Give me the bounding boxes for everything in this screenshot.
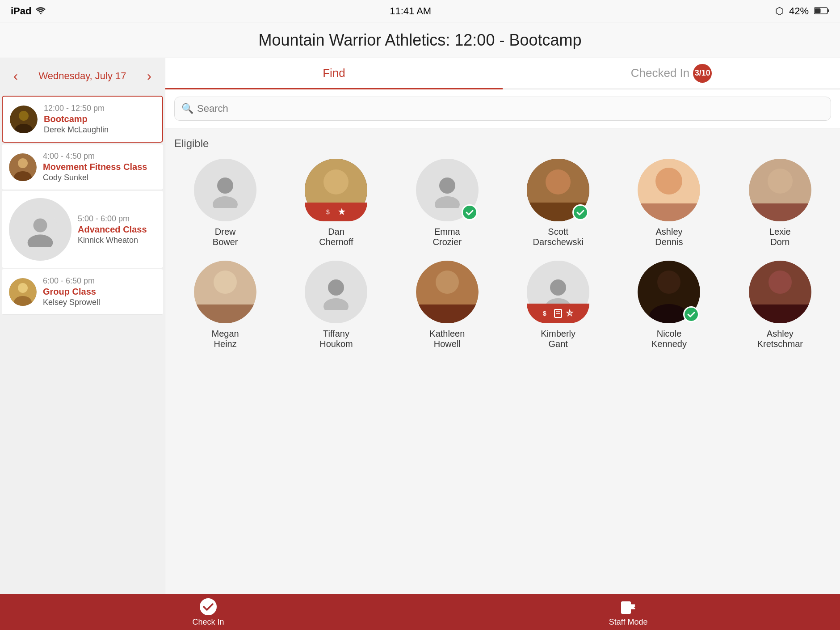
member-avatar-ashley-kretschmar: [749, 261, 811, 323]
svg-point-34: [768, 169, 793, 194]
class-time-group: 6:00 - 6:50 pm: [43, 276, 156, 286]
member-avatar-scott-darschewski: [527, 159, 589, 221]
class-avatar-group: [9, 278, 37, 306]
member-card-scott-darschewski[interactable]: ScottDarschewski: [507, 159, 609, 247]
class-item-advanced[interactable]: 5:00 - 6:00 pm Advanced Class Kinnick Wh…: [2, 191, 163, 268]
member-card-emma-crozier[interactable]: EmmaCrozier: [396, 159, 498, 247]
svg-point-30: [655, 168, 682, 194]
search-wrapper: 🔍: [174, 97, 831, 121]
member-card-lexie-dorn[interactable]: LexieDorn: [729, 159, 831, 247]
battery-icon: [814, 5, 829, 17]
eligible-label: Eligible: [174, 137, 831, 150]
class-name-bootcamp: Bootcamp: [44, 114, 155, 124]
svg-text:$: $: [543, 310, 546, 317]
svg-point-14: [18, 283, 28, 293]
next-date-button[interactable]: ›: [143, 66, 156, 86]
avatar-placeholder-drew-bower: [194, 159, 256, 221]
avatar-image-ashley-kretschmar: [749, 261, 811, 323]
class-instructor-advanced: Kinnick Wheaton: [78, 236, 156, 245]
svg-point-42: [323, 298, 349, 310]
tab-find[interactable]: Find: [165, 58, 503, 89]
svg-point-47: [550, 279, 566, 296]
avatar-placeholder-tiffany-houkom: [305, 261, 367, 323]
svg-rect-40: [194, 304, 256, 323]
staff-mode-icon: [619, 598, 637, 616]
date-nav: ‹ Wednesday, July 17 ›: [0, 58, 165, 94]
svg-rect-3: [815, 8, 821, 13]
member-card-dan-chernoff[interactable]: $ DanChernoff: [285, 159, 387, 247]
member-name-ashley-kretschmar: AshleyKretschmar: [757, 329, 803, 349]
member-card-ashley-kretschmar[interactable]: AshleyKretschmar: [729, 261, 831, 349]
member-name-tiffany-houkom: TiffanyHoukom: [319, 329, 353, 349]
class-time-movement: 4:00 - 4:50 pm: [43, 152, 156, 161]
svg-text:$: $: [326, 208, 330, 216]
check-badge-emma-crozier: [462, 204, 478, 220]
member-name-lexie-dorn: LexieDorn: [769, 227, 791, 247]
check-badge-scott: [572, 204, 588, 220]
svg-point-0: [40, 13, 42, 14]
staff-mode-button[interactable]: Staff Mode: [609, 598, 648, 627]
staff-mode-label: Staff Mode: [609, 617, 648, 627]
svg-rect-32: [638, 203, 700, 221]
class-info-advanced: 5:00 - 6:00 pm Advanced Class Kinnick Wh…: [78, 214, 156, 245]
class-item-movement[interactable]: 4:00 - 4:50 pm Movement Fitness Class Co…: [2, 144, 163, 190]
member-card-kathleen-howell[interactable]: KathleenHowell: [396, 261, 498, 349]
class-item-bootcamp[interactable]: 12:00 - 12:50 pm Bootcamp Derek McLaughl…: [2, 96, 163, 143]
member-avatar-emma-crozier: [416, 159, 479, 221]
member-card-nicole-kennedy[interactable]: NicoleKennedy: [618, 261, 720, 349]
class-avatar-advanced: [9, 198, 71, 261]
class-info-bootcamp: 12:00 - 12:50 pm Bootcamp Derek McLaughl…: [44, 104, 155, 135]
svg-rect-62: [621, 601, 631, 614]
class-instructor-group: Kelsey Sprowell: [43, 298, 156, 307]
member-avatar-dan-chernoff: $: [305, 159, 367, 221]
member-card-megan-heinz[interactable]: MeganHeinz: [174, 261, 276, 349]
page-title: Mountain Warrior Athletics: 12:00 - Boot…: [259, 31, 582, 50]
member-name-nicole-kennedy: NicoleKennedy: [651, 329, 687, 349]
check-in-button[interactable]: Check In: [193, 598, 224, 627]
svg-point-26: [546, 169, 571, 194]
checked-in-badge: 3/10: [693, 64, 712, 83]
class-instructor-bootcamp: Derek McLaughlin: [44, 125, 155, 135]
battery-label: 42%: [789, 5, 809, 17]
device-label: iPad: [11, 5, 31, 17]
class-name-group: Group Class: [43, 287, 156, 297]
svg-point-55: [657, 271, 680, 294]
main-layout: ‹ Wednesday, July 17 › 12:00 - 12:50 pm …: [0, 58, 840, 594]
prev-date-button[interactable]: ‹: [9, 66, 22, 86]
search-icon: 🔍: [181, 103, 193, 114]
class-instructor-movement: Cody Sunkel: [43, 173, 156, 182]
member-name-drew-bower: DrewBower: [213, 227, 238, 247]
current-date: Wednesday, July 17: [38, 70, 126, 82]
svg-point-17: [213, 196, 238, 208]
svg-point-19: [323, 169, 349, 194]
member-avatar-kathleen-howell: [416, 261, 479, 323]
class-list: 12:00 - 12:50 pm Bootcamp Derek McLaughl…: [0, 94, 165, 594]
status-bar: iPad 11:41 AM ⬡ 42%: [0, 0, 840, 22]
svg-point-23: [439, 178, 455, 194]
svg-point-24: [435, 196, 460, 208]
search-input[interactable]: [174, 97, 831, 121]
class-name-movement: Movement Fitness Class: [43, 162, 156, 172]
class-item-group[interactable]: 6:00 - 6:50 pm Group Class Kelsey Sprowe…: [2, 269, 163, 315]
member-avatar-lexie-dorn: [749, 159, 811, 221]
member-card-drew-bower[interactable]: DrewBower: [174, 159, 276, 247]
time-display: 11:41 AM: [390, 5, 431, 17]
member-name-ashley-dennis: AshleyDennis: [655, 227, 683, 247]
avatar-image-kathleen-howell: [416, 261, 479, 323]
class-info-group: 6:00 - 6:50 pm Group Class Kelsey Sprowe…: [43, 276, 156, 307]
payment-banner-kimberly-gant: $ !: [527, 304, 589, 323]
tabs: Find Checked In 3/10: [165, 58, 840, 89]
member-card-ashley-dennis[interactable]: AshleyDennis: [618, 159, 720, 247]
svg-point-8: [18, 158, 28, 168]
wifi-icon: [36, 5, 46, 17]
tab-checked-in[interactable]: Checked In 3/10: [503, 58, 840, 89]
bottom-bar: Check In Staff Mode: [0, 594, 840, 630]
member-name-kimberly-gant: KimberlyGant: [541, 329, 575, 349]
status-right: ⬡ 42%: [775, 5, 829, 17]
member-card-tiffany-houkom[interactable]: TiffanyHoukom: [285, 261, 387, 349]
class-info-movement: 4:00 - 4:50 pm Movement Fitness Class Co…: [43, 152, 156, 182]
member-card-kimberly-gant[interactable]: $ ! KimberlyGant: [507, 261, 609, 349]
member-name-scott-darschewski: ScottDarschewski: [533, 227, 583, 247]
svg-text:!: !: [569, 311, 570, 316]
check-badge-nicole-kennedy: [683, 306, 699, 322]
